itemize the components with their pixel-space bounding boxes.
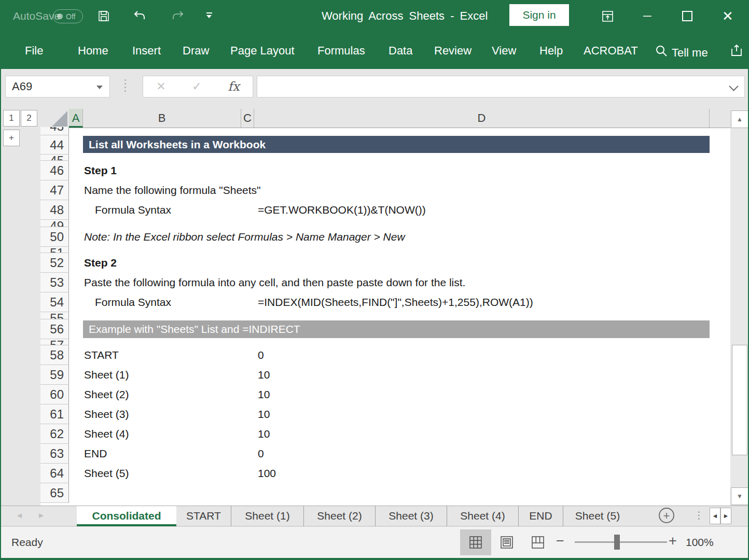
- row-header-65[interactable]: 65: [40, 483, 69, 503]
- new-sheet-icon[interactable]: +: [659, 508, 674, 523]
- cell-b58[interactable]: START: [84, 345, 119, 365]
- cell-b54[interactable]: Formula Syntax: [95, 292, 171, 312]
- ribbon-tab-file[interactable]: File: [25, 43, 43, 59]
- cell-d62[interactable]: 10: [258, 424, 270, 444]
- cell-d59[interactable]: 10: [258, 365, 270, 385]
- row-header-61[interactable]: 61: [40, 404, 69, 424]
- row-header-52[interactable]: 52: [40, 253, 69, 273]
- tell-me-label[interactable]: Tell me: [672, 45, 708, 61]
- cell-b62[interactable]: Sheet (4): [84, 424, 129, 444]
- row-header-54[interactable]: 54: [40, 292, 69, 312]
- ribbon-tab-insert[interactable]: Insert: [132, 43, 161, 59]
- cell-b64[interactable]: Sheet (5): [84, 464, 129, 483]
- formula-input[interactable]: [257, 76, 745, 97]
- undo-icon[interactable]: [133, 9, 146, 23]
- sheet-tab-sheet-5[interactable]: Sheet (5): [563, 506, 632, 526]
- row-header-45[interactable]: 45: [40, 155, 69, 161]
- cell-b59[interactable]: Sheet (1): [84, 365, 129, 385]
- name-box-dropdown-icon[interactable]: [96, 86, 103, 89]
- row-header-64[interactable]: 64: [40, 464, 69, 483]
- ribbon-tab-page-layout[interactable]: Page Layout: [230, 43, 295, 59]
- search-icon[interactable]: [655, 44, 668, 58]
- row-header-49[interactable]: 49: [40, 220, 69, 227]
- scroll-up-icon[interactable]: ▲: [731, 110, 748, 128]
- row-header-63[interactable]: 63: [40, 444, 69, 464]
- zoom-level[interactable]: 100%: [686, 526, 714, 558]
- cell-d61[interactable]: 10: [258, 404, 270, 424]
- row-header-58[interactable]: 58: [40, 345, 69, 365]
- ribbon-display-options-icon[interactable]: [601, 10, 614, 23]
- name-box[interactable]: A69: [5, 76, 110, 97]
- cell-d58[interactable]: 0: [258, 345, 264, 365]
- maximize-button[interactable]: [682, 11, 692, 21]
- confirm-entry-icon[interactable]: ✓: [192, 80, 201, 93]
- page-layout-view-button[interactable]: [491, 529, 522, 555]
- sheet-tab-sheet-1[interactable]: Sheet (1): [231, 506, 304, 526]
- ribbon-tab-draw[interactable]: Draw: [183, 43, 209, 59]
- ribbon-tab-home[interactable]: Home: [78, 43, 108, 59]
- hscroll-left-icon[interactable]: ◄: [710, 508, 720, 524]
- row-header-46[interactable]: 46: [40, 161, 69, 180]
- sheet-tab-start[interactable]: START: [176, 506, 231, 526]
- sheet-tab-end[interactable]: END: [519, 506, 563, 526]
- vertical-scrollbar-thumb[interactable]: [732, 345, 747, 455]
- tab-scroll-right-icon[interactable]: ►: [37, 511, 45, 520]
- sheet-tab-sheet-2[interactable]: Sheet (2): [304, 506, 376, 526]
- row-header-44[interactable]: 44: [40, 135, 69, 155]
- column-header-d[interactable]: D: [254, 109, 710, 128]
- sheet-tab-sheet-3[interactable]: Sheet (3): [376, 506, 447, 526]
- row-header-51[interactable]: 51: [40, 247, 69, 253]
- cell-d60[interactable]: 10: [258, 385, 270, 404]
- ribbon-tab-view[interactable]: View: [492, 43, 516, 59]
- outline-expand-button[interactable]: +: [3, 130, 20, 146]
- ribbon-tab-formulas[interactable]: Formulas: [317, 43, 365, 59]
- column-header-c[interactable]: C: [241, 109, 254, 128]
- row-header-59[interactable]: 59: [40, 365, 69, 385]
- cell-d48-formula[interactable]: =GET.WORKBOOK(1))&T(NOW()): [258, 200, 426, 220]
- zoom-slider-thumb[interactable]: [614, 535, 620, 550]
- cell-b46[interactable]: Step 1: [84, 161, 117, 180]
- cell-b50-note[interactable]: Note: In the Excel ribbon select Formula…: [84, 227, 405, 247]
- cell-b61[interactable]: Sheet (3): [84, 404, 129, 424]
- row-header-48[interactable]: 48: [40, 200, 69, 220]
- cell-b60[interactable]: Sheet (2): [84, 385, 129, 404]
- zoom-in-icon[interactable]: +: [669, 533, 677, 549]
- cell-b47[interactable]: Name the following formula "Sheets": [84, 180, 261, 200]
- cell-b53[interactable]: Paste the following formula into any cel…: [84, 273, 465, 292]
- row-header-50[interactable]: 50: [40, 227, 69, 247]
- scroll-down-icon[interactable]: ▼: [731, 487, 748, 505]
- outline-level-1-button[interactable]: 1: [3, 110, 20, 127]
- save-icon[interactable]: [98, 10, 110, 22]
- ribbon-tab-data[interactable]: Data: [389, 43, 412, 59]
- insert-function-icon[interactable]: fx: [228, 79, 239, 94]
- autosave-toggle[interactable]: Off: [53, 9, 83, 23]
- ribbon-tab-acrobat[interactable]: ACROBAT: [584, 43, 638, 59]
- sheet-tab-sheet-4[interactable]: Sheet (4): [447, 506, 519, 526]
- tab-more-icon[interactable]: ⋮: [694, 509, 704, 521]
- row-header-62[interactable]: 62: [40, 424, 69, 444]
- sign-in-button[interactable]: Sign in: [509, 4, 569, 26]
- row-header-55[interactable]: 55: [40, 312, 69, 319]
- page-break-view-button[interactable]: [522, 529, 553, 555]
- normal-view-button[interactable]: [460, 529, 491, 555]
- cell-d64[interactable]: 100: [258, 464, 276, 483]
- zoom-slider-track[interactable]: [575, 541, 667, 543]
- cell-d54-formula[interactable]: =INDEX(MID(Sheets,FIND("]",Sheets)+1,255…: [258, 292, 533, 312]
- row-header-57[interactable]: 57: [40, 339, 69, 345]
- customize-quick-access-icon[interactable]: [206, 12, 212, 18]
- row-header-47[interactable]: 47: [40, 180, 69, 200]
- cell-b52[interactable]: Step 2: [84, 253, 117, 273]
- tab-scroll-left-icon[interactable]: ◄: [16, 511, 23, 520]
- row-header-56[interactable]: 56: [40, 319, 69, 339]
- minimize-button[interactable]: ─: [643, 0, 651, 32]
- outline-level-2-button[interactable]: 2: [21, 110, 37, 127]
- ribbon-tab-review[interactable]: Review: [434, 43, 471, 59]
- cell-b48[interactable]: Formula Syntax: [95, 200, 171, 220]
- row-header-43[interactable]: 43: [40, 127, 69, 135]
- row-header-60[interactable]: 60: [40, 385, 69, 404]
- cancel-entry-icon[interactable]: ✕: [156, 80, 165, 93]
- close-button[interactable]: ✕: [722, 0, 733, 32]
- select-all-icon[interactable]: [52, 111, 67, 127]
- share-icon[interactable]: [729, 43, 744, 58]
- zoom-out-icon[interactable]: −: [556, 533, 564, 549]
